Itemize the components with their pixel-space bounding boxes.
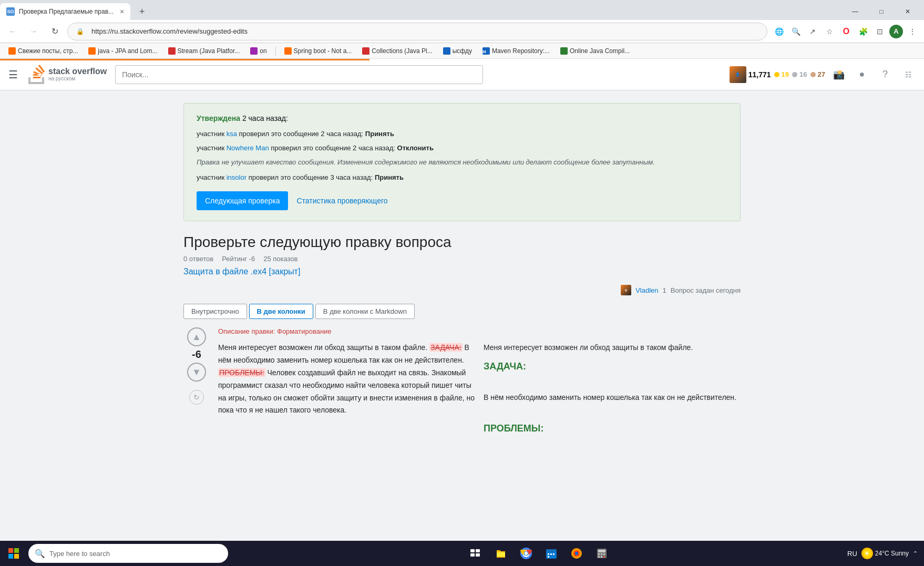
weather-icon: ☀: [861, 548, 873, 559]
tab-close-button[interactable]: ×: [120, 7, 124, 16]
view-tabs: Внутристрочно В две колонки В две колонк…: [183, 304, 741, 319]
back-button[interactable]: ←: [4, 23, 21, 40]
extensions-icon[interactable]: 🧩: [856, 24, 870, 39]
task-view-icon: [470, 549, 481, 558]
bookmark-2[interactable]: java - JPA and Lom...: [84, 46, 161, 56]
start-button[interactable]: [2, 542, 25, 565]
taskbar-file-explorer[interactable]: [489, 542, 512, 565]
question-link[interactable]: Защита в файле .ex4 [закрыт]: [183, 267, 741, 276]
review-result-box: Утверждена 2 часа назад: участник ksa пр…: [183, 103, 741, 221]
svg-rect-25: [603, 553, 605, 555]
svg-rect-28: [603, 556, 605, 558]
so-search: [115, 65, 483, 84]
file-explorer-icon: [496, 548, 506, 559]
svg-rect-4: [470, 549, 475, 552]
tab-bar: SO Проверка Предлагаемые прав... × + — □…: [0, 0, 924, 20]
bookmark-label-9: Online Java Compil...: [570, 47, 630, 55]
reviewer-1-action: Принять: [365, 130, 394, 138]
right-text-1: Меня интересует возможен ли обход защиты…: [484, 343, 693, 352]
url-text: https://ru.stackoverflow.com/review/sugg…: [91, 27, 248, 35]
review-reason: Правка не улучшает качество сообщения. И…: [197, 158, 727, 166]
refresh-button[interactable]: ↻: [46, 23, 63, 40]
tab-inline[interactable]: Внутристрочно: [183, 304, 247, 319]
reviewer-3-link[interactable]: insolor: [227, 173, 247, 181]
svg-rect-0: [8, 548, 13, 553]
author-name[interactable]: Vladlen: [635, 286, 658, 294]
weather-widget[interactable]: ☀ 24°C Sunny: [861, 548, 909, 559]
bookmark-icon[interactable]: ☆: [822, 24, 837, 39]
taskbar-calendar[interactable]: [540, 542, 563, 565]
help-icon[interactable]: ?: [876, 65, 895, 84]
silver-count: 16: [799, 70, 807, 78]
active-tab[interactable]: SO Проверка Предлагаемые прав... ×: [0, 3, 130, 20]
so-logo[interactable]: stack overflow на русском: [28, 65, 107, 84]
share-icon[interactable]: ↗: [805, 24, 820, 39]
hamburger-menu[interactable]: ☰: [6, 66, 20, 83]
vote-score: -6: [192, 348, 201, 361]
taskbar-chrome[interactable]: [515, 542, 538, 565]
forward-button[interactable]: →: [25, 23, 42, 40]
system-tray[interactable]: ⌃: [913, 550, 918, 557]
review-icon[interactable]: ☷: [899, 65, 918, 84]
added-heading-2: ПРОБЛЕМЫ:: [484, 420, 741, 437]
reputation-badge: 👤 11,771 19 16 27: [730, 66, 825, 83]
reviewer-row-1: участник ksa проверил это сообщение 2 ча…: [197, 129, 727, 140]
reviewer-row-3: участник insolor проверил это сообщение …: [197, 172, 727, 183]
user-avatar-icon[interactable]: A: [889, 25, 903, 38]
search-input[interactable]: [115, 65, 483, 84]
bookmark-label-2: java - JPA and Lom...: [98, 47, 157, 55]
svg-rect-24: [601, 553, 602, 555]
original-column: Меня интересует возможен ли обход защиты…: [218, 342, 475, 440]
taskbar-firefox[interactable]: [565, 542, 588, 565]
new-tab-button[interactable]: +: [135, 4, 149, 19]
achievements-icon[interactable]: ●: [853, 65, 871, 84]
downvote-button[interactable]: ▼: [187, 363, 206, 382]
upvote-button[interactable]: ▲: [187, 327, 206, 346]
history-button[interactable]: ↻: [189, 390, 204, 405]
zoom-icon[interactable]: 🔍: [788, 24, 803, 39]
bookmark-7[interactable]: ысфду: [439, 46, 476, 56]
reviewer-2-link[interactable]: Nowhere Man: [227, 144, 269, 152]
opera-icon[interactable]: O: [839, 24, 854, 39]
svg-rect-26: [598, 556, 600, 558]
minimize-button[interactable]: —: [843, 3, 867, 20]
tab-two-columns-markdown[interactable]: В две колонки с Markdown: [315, 304, 415, 319]
original-text-1: Меня интересует возможен ли обход защиты…: [218, 343, 427, 352]
bookmark-label-7: ысфду: [453, 47, 472, 55]
silver-dot: [792, 72, 797, 77]
deleted-text-2: ПРОБЛЕМЫ:: [218, 368, 265, 377]
edited-column: Меня интересует возможен ли обход защиты…: [484, 342, 741, 440]
bookmark-4[interactable]: on: [246, 46, 271, 56]
bookmark-5[interactable]: Spring boot - Not a...: [280, 46, 356, 56]
svg-rect-6: [470, 553, 475, 557]
taskbar-task-view[interactable]: [464, 542, 487, 565]
reviewer-1-link[interactable]: ksa: [227, 130, 237, 138]
bookmark-3[interactable]: Stream (Java Platfor...: [164, 46, 244, 56]
bookmarks-bar: Свежие посты, стр... java - JPA and Lom.…: [0, 43, 924, 59]
menu-icon[interactable]: ⋮: [905, 24, 920, 39]
bookmark-6[interactable]: Collections (Java Pl...: [358, 46, 436, 56]
next-review-button[interactable]: Следующая проверка: [197, 191, 288, 210]
author-line: V Vladlen 1 Вопрос задан сегодня: [183, 285, 741, 295]
taskbar-calculator[interactable]: [590, 542, 613, 565]
svg-rect-5: [476, 549, 480, 552]
inbox-icon[interactable]: 📸: [829, 65, 848, 84]
taskbar-search[interactable]: 🔍 Type here to search: [28, 544, 228, 563]
bookmark-9[interactable]: Online Java Compil...: [556, 46, 634, 56]
maximize-button[interactable]: □: [869, 3, 894, 20]
bronze-dot: [810, 72, 816, 77]
split-view-icon[interactable]: ⊡: [872, 24, 887, 39]
address-input[interactable]: 🔒 https://ru.stackoverflow.com/review/su…: [67, 23, 767, 40]
bookmark-label-1: Свежие посты, стр...: [18, 47, 78, 55]
translate-icon[interactable]: 🌐: [772, 24, 786, 39]
tab-two-columns[interactable]: В две колонки: [249, 304, 313, 319]
gold-count: 19: [782, 70, 789, 78]
bookmark-8[interactable]: M Maven Repository:...: [478, 46, 554, 56]
bookmark-1[interactable]: Свежие посты, стр...: [4, 46, 82, 56]
calendar-icon: [546, 548, 557, 559]
tab-title: Проверка Предлагаемые прав...: [19, 8, 114, 15]
reviewer-stats-button[interactable]: Статистика проверяющего: [296, 197, 387, 205]
user-avatar[interactable]: 👤: [730, 66, 746, 83]
close-button[interactable]: ✕: [896, 3, 920, 20]
taskbar-right: RU ☀ 24°C Sunny ⌃: [847, 548, 922, 559]
